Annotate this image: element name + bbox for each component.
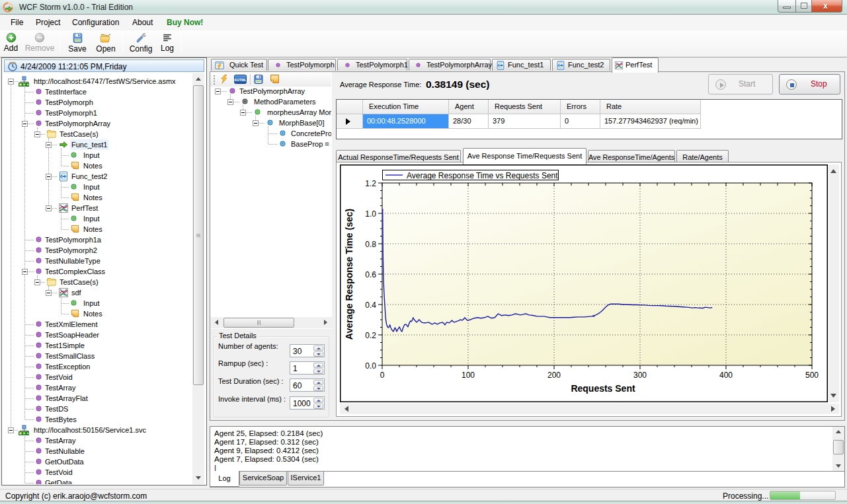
svg-text:100: 100 — [462, 371, 475, 380]
svg-text:1.2: 1.2 — [365, 179, 376, 188]
svg-text:0.0: 0.0 — [365, 361, 376, 371]
svg-text:0.4: 0.4 — [365, 301, 376, 310]
svg-text:200: 200 — [547, 371, 561, 380]
svg-text:0.6: 0.6 — [365, 270, 376, 279]
svg-text:Requests Sent: Requests Sent — [571, 383, 635, 394]
svg-text:0: 0 — [380, 371, 385, 380]
svg-text:Average Response Time vs Reque: Average Response Time vs Requests Sent — [407, 171, 558, 180]
svg-text:300: 300 — [633, 371, 647, 380]
svg-text:Average Response Time (sec): Average Response Time (sec) — [344, 209, 354, 340]
svg-text:0.8: 0.8 — [365, 240, 376, 249]
svg-text:1.0: 1.0 — [365, 209, 376, 219]
svg-text:400: 400 — [719, 371, 733, 380]
svg-text:500: 500 — [805, 371, 819, 380]
svg-text:0.2: 0.2 — [365, 331, 376, 340]
